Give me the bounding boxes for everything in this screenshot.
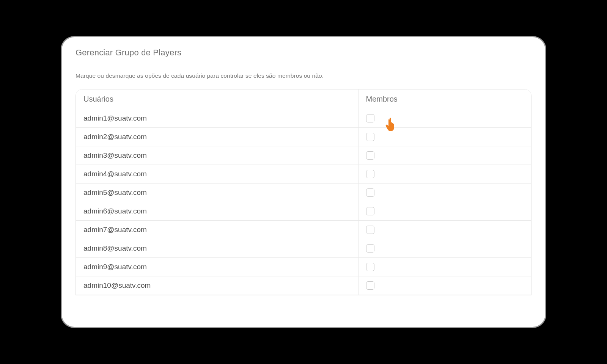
table-row: admin4@suatv.com — [76, 165, 531, 184]
user-email-cell: admin6@suatv.com — [76, 202, 358, 221]
content-area: Gerenciar Grupo de Players Marque ou des… — [62, 37, 545, 295]
member-checkbox[interactable] — [366, 281, 374, 290]
table-row: admin2@suatv.com — [76, 128, 531, 146]
user-email-cell: admin10@suatv.com — [76, 276, 358, 295]
member-checkbox[interactable] — [366, 263, 374, 271]
user-email-cell: admin8@suatv.com — [76, 239, 358, 258]
member-cell — [358, 202, 531, 221]
instruction-text: Marque ou desmarque as opões de cada usu… — [75, 72, 532, 79]
table-row: admin8@suatv.com — [76, 239, 531, 258]
user-email-cell: admin7@suatv.com — [76, 221, 358, 239]
table-row: admin10@suatv.com — [76, 276, 531, 295]
table-row: admin1@suatv.com — [76, 109, 531, 128]
member-cell — [358, 184, 531, 202]
device-frame: Gerenciar Grupo de Players Marque ou des… — [61, 36, 546, 328]
users-table: Usuários Membros admin1@suatv.comadmin2@… — [76, 89, 531, 295]
member-checkbox[interactable] — [366, 226, 374, 234]
member-checkbox[interactable] — [366, 114, 374, 122]
member-cell — [358, 221, 531, 239]
member-cell — [358, 239, 531, 258]
page-title: Gerenciar Grupo de Players — [75, 48, 532, 63]
column-header-members: Membros — [358, 89, 531, 109]
table-row: admin5@suatv.com — [76, 184, 531, 202]
user-email-cell: admin3@suatv.com — [76, 146, 358, 165]
table-row: admin6@suatv.com — [76, 202, 531, 221]
member-checkbox[interactable] — [366, 151, 374, 160]
member-checkbox[interactable] — [366, 207, 374, 215]
user-email-cell: admin9@suatv.com — [76, 258, 358, 276]
user-email-cell: admin1@suatv.com — [76, 109, 358, 128]
member-checkbox[interactable] — [366, 188, 374, 197]
title-divider — [75, 63, 532, 63]
column-header-users: Usuários — [76, 89, 358, 109]
member-cell — [358, 109, 531, 128]
table-row: admin9@suatv.com — [76, 258, 531, 276]
table-row: admin7@suatv.com — [76, 221, 531, 239]
table-row: admin3@suatv.com — [76, 146, 531, 165]
member-cell — [358, 146, 531, 165]
member-checkbox[interactable] — [366, 170, 374, 178]
member-cell — [358, 276, 531, 295]
table-header-row: Usuários Membros — [76, 89, 531, 109]
member-cell — [358, 165, 531, 184]
member-cell — [358, 258, 531, 276]
member-checkbox[interactable] — [366, 244, 374, 253]
users-table-wrap: Usuários Membros admin1@suatv.comadmin2@… — [75, 89, 532, 295]
member-checkbox[interactable] — [366, 133, 374, 141]
user-email-cell: admin2@suatv.com — [76, 128, 358, 146]
user-email-cell: admin4@suatv.com — [76, 165, 358, 184]
user-email-cell: admin5@suatv.com — [76, 184, 358, 202]
member-cell — [358, 128, 531, 146]
